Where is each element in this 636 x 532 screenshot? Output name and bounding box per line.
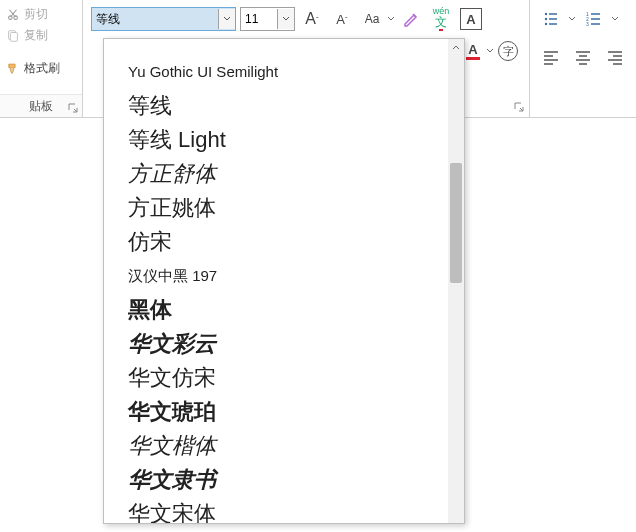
font-option[interactable]: 华文隶书: [128, 463, 448, 497]
case-a: a: [373, 12, 380, 26]
font-dropdown-popup: Yu Gothic UI Semilight 等线 等线 Light 方正舒体 …: [103, 38, 465, 524]
format-painter-label: 格式刷: [24, 60, 60, 77]
font-option[interactable]: 华文彩云: [128, 327, 448, 361]
font-name-input[interactable]: [92, 9, 218, 29]
copy-icon: [6, 29, 20, 43]
wen-bottom: 文: [435, 16, 447, 28]
increase-font-size-button[interactable]: Aˆ: [299, 6, 325, 32]
paragraph-pane: 123: [529, 0, 636, 117]
change-case-button[interactable]: Aa: [359, 6, 385, 32]
bullets-button[interactable]: [538, 6, 564, 32]
paintbrush-icon: [6, 62, 20, 76]
dropdown-scrollbar[interactable]: [448, 39, 464, 523]
case-A: A: [365, 12, 373, 26]
svg-rect-1: [10, 32, 17, 41]
copy-button[interactable]: 复制: [0, 25, 82, 46]
font-option[interactable]: 华文琥珀: [128, 395, 448, 429]
svg-point-2: [545, 13, 547, 15]
font-color-split[interactable]: [486, 39, 493, 63]
phonetic-guide-button[interactable]: wén 文: [428, 6, 454, 32]
wen-bar: [439, 29, 443, 31]
copy-label: 复制: [24, 27, 48, 44]
font-option[interactable]: 华文宋体: [128, 497, 448, 523]
cut-label: 剪切: [24, 6, 48, 23]
enclose-characters-button[interactable]: 字: [495, 38, 521, 64]
font-option[interactable]: 仿宋: [128, 225, 448, 259]
font-option[interactable]: 黑体: [128, 293, 448, 327]
font-size-dropdown-button[interactable]: [277, 9, 294, 29]
font-option[interactable]: 等线 Light: [128, 123, 448, 157]
font-option[interactable]: 华文楷体: [128, 429, 448, 463]
clipboard-dialog-launcher[interactable]: [67, 102, 79, 114]
change-case-split[interactable]: [387, 7, 394, 31]
numbering-split[interactable]: [611, 7, 618, 31]
box-a-icon: A: [460, 8, 482, 30]
clipboard-pane: 剪切 复制 格式刷 贴板: [0, 0, 83, 117]
scroll-thumb[interactable]: [450, 163, 462, 283]
fc-A: A: [468, 42, 477, 57]
font-option[interactable]: 等线: [128, 89, 448, 123]
bullets-split[interactable]: [568, 7, 575, 31]
font-name-dropdown-button[interactable]: [218, 9, 235, 29]
font-option[interactable]: Yu Gothic UI Semilight: [128, 55, 448, 89]
font-option[interactable]: 方正姚体: [128, 191, 448, 225]
clear-formatting-button[interactable]: [398, 6, 424, 32]
cut-button[interactable]: 剪切: [0, 4, 82, 25]
align-left-button[interactable]: [538, 44, 564, 70]
font-dialog-launcher[interactable]: [513, 101, 525, 113]
svg-text:3: 3: [586, 21, 589, 27]
font-name-combo[interactable]: [91, 7, 236, 31]
scroll-up-button[interactable]: [448, 39, 464, 55]
svg-point-3: [545, 18, 547, 20]
ring-icon: 字: [498, 41, 518, 61]
character-border-button[interactable]: A: [458, 6, 484, 32]
decrease-font-size-button[interactable]: Aˇ: [329, 6, 355, 32]
font-size-combo[interactable]: [240, 7, 295, 31]
font-option[interactable]: 方正舒体: [128, 157, 448, 191]
format-painter-button[interactable]: 格式刷: [0, 58, 82, 79]
font-option[interactable]: 华文仿宋: [128, 361, 448, 395]
svg-point-4: [545, 23, 547, 25]
scissors-icon: [6, 8, 20, 22]
font-color-icon: A: [463, 41, 483, 61]
align-center-button[interactable]: [570, 44, 596, 70]
font-dropdown-list[interactable]: Yu Gothic UI Semilight 等线 等线 Light 方正舒体 …: [104, 39, 448, 523]
numbering-button[interactable]: 123: [581, 6, 607, 32]
font-size-input[interactable]: [241, 9, 277, 29]
align-right-button[interactable]: [602, 44, 628, 70]
font-option[interactable]: 汉仪中黑 197: [128, 259, 448, 293]
